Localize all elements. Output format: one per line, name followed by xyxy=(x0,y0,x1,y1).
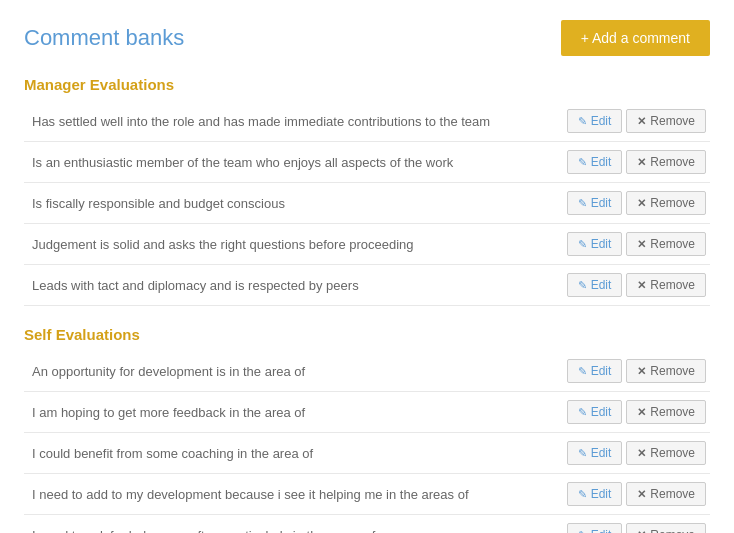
edit-button[interactable]: ✎Edit xyxy=(567,109,623,133)
remove-icon: ✕ xyxy=(637,365,646,378)
remove-icon: ✕ xyxy=(637,279,646,292)
remove-label: Remove xyxy=(650,278,695,292)
edit-label: Edit xyxy=(591,528,612,533)
remove-button[interactable]: ✕Remove xyxy=(626,109,706,133)
remove-icon: ✕ xyxy=(637,447,646,460)
table-row: Is an enthusiastic member of the team wh… xyxy=(24,142,710,183)
edit-button[interactable]: ✎Edit xyxy=(567,359,623,383)
table-row: An opportunity for development is in the… xyxy=(24,351,710,392)
comment-actions: ✎Edit✕Remove xyxy=(550,101,710,142)
remove-button[interactable]: ✕Remove xyxy=(626,273,706,297)
remove-label: Remove xyxy=(650,528,695,533)
comment-text: Leads with tact and diplomacy and is res… xyxy=(24,265,550,306)
edit-label: Edit xyxy=(591,405,612,419)
edit-label: Edit xyxy=(591,364,612,378)
section-self-evaluations: Self EvaluationsAn opportunity for devel… xyxy=(24,326,710,533)
edit-button[interactable]: ✎Edit xyxy=(567,400,623,424)
page-title: Comment banks xyxy=(24,25,184,51)
remove-label: Remove xyxy=(650,405,695,419)
remove-label: Remove xyxy=(650,364,695,378)
edit-label: Edit xyxy=(591,278,612,292)
table-row: Has settled well into the role and has m… xyxy=(24,101,710,142)
edit-icon: ✎ xyxy=(578,238,587,251)
edit-icon: ✎ xyxy=(578,197,587,210)
edit-icon: ✎ xyxy=(578,447,587,460)
edit-button[interactable]: ✎Edit xyxy=(567,191,623,215)
edit-label: Edit xyxy=(591,196,612,210)
remove-label: Remove xyxy=(650,155,695,169)
edit-icon: ✎ xyxy=(578,279,587,292)
comment-actions: ✎Edit✕Remove xyxy=(550,265,710,306)
remove-label: Remove xyxy=(650,237,695,251)
section-title-self-evaluations: Self Evaluations xyxy=(24,326,710,343)
comment-text: I need to ask for help more often, parti… xyxy=(24,515,550,534)
remove-label: Remove xyxy=(650,196,695,210)
edit-label: Edit xyxy=(591,155,612,169)
edit-button[interactable]: ✎Edit xyxy=(567,482,623,506)
edit-icon: ✎ xyxy=(578,406,587,419)
page-header: Comment banks + Add a comment xyxy=(24,20,710,56)
comment-text: An opportunity for development is in the… xyxy=(24,351,550,392)
section-title-manager-evaluations: Manager Evaluations xyxy=(24,76,710,93)
edit-button[interactable]: ✎Edit xyxy=(567,273,623,297)
remove-icon: ✕ xyxy=(637,488,646,501)
edit-button[interactable]: ✎Edit xyxy=(567,150,623,174)
comment-actions: ✎Edit✕Remove xyxy=(550,183,710,224)
comment-actions: ✎Edit✕Remove xyxy=(550,142,710,183)
edit-icon: ✎ xyxy=(578,365,587,378)
remove-label: Remove xyxy=(650,487,695,501)
edit-icon: ✎ xyxy=(578,529,587,534)
remove-label: Remove xyxy=(650,446,695,460)
table-row: Judgement is solid and asks the right qu… xyxy=(24,224,710,265)
comment-actions: ✎Edit✕Remove xyxy=(550,515,710,534)
comment-actions: ✎Edit✕Remove xyxy=(550,351,710,392)
comment-text: I am hoping to get more feedback in the … xyxy=(24,392,550,433)
table-row: I could benefit from some coaching in th… xyxy=(24,433,710,474)
comment-text: Has settled well into the role and has m… xyxy=(24,101,550,142)
table-row: Is fiscally responsible and budget consc… xyxy=(24,183,710,224)
comment-actions: ✎Edit✕Remove xyxy=(550,433,710,474)
remove-button[interactable]: ✕Remove xyxy=(626,232,706,256)
comment-table-self-evaluations: An opportunity for development is in the… xyxy=(24,351,710,533)
edit-label: Edit xyxy=(591,237,612,251)
remove-icon: ✕ xyxy=(637,197,646,210)
table-row: Leads with tact and diplomacy and is res… xyxy=(24,265,710,306)
table-row: I need to ask for help more often, parti… xyxy=(24,515,710,534)
comment-actions: ✎Edit✕Remove xyxy=(550,392,710,433)
remove-button[interactable]: ✕Remove xyxy=(626,191,706,215)
comment-text: Is an enthusiastic member of the team wh… xyxy=(24,142,550,183)
comment-actions: ✎Edit✕Remove xyxy=(550,474,710,515)
comment-actions: ✎Edit✕Remove xyxy=(550,224,710,265)
comment-text: I need to add to my development because … xyxy=(24,474,550,515)
comment-text: Judgement is solid and asks the right qu… xyxy=(24,224,550,265)
comment-text: I could benefit from some coaching in th… xyxy=(24,433,550,474)
remove-icon: ✕ xyxy=(637,529,646,534)
remove-button[interactable]: ✕Remove xyxy=(626,523,706,533)
edit-icon: ✎ xyxy=(578,115,587,128)
remove-icon: ✕ xyxy=(637,406,646,419)
sections-container: Manager EvaluationsHas settled well into… xyxy=(24,76,710,533)
edit-icon: ✎ xyxy=(578,156,587,169)
edit-icon: ✎ xyxy=(578,488,587,501)
comment-text: Is fiscally responsible and budget consc… xyxy=(24,183,550,224)
edit-button[interactable]: ✎Edit xyxy=(567,523,623,533)
edit-button[interactable]: ✎Edit xyxy=(567,441,623,465)
edit-label: Edit xyxy=(591,487,612,501)
remove-button[interactable]: ✕Remove xyxy=(626,441,706,465)
edit-label: Edit xyxy=(591,446,612,460)
edit-button[interactable]: ✎Edit xyxy=(567,232,623,256)
remove-label: Remove xyxy=(650,114,695,128)
remove-icon: ✕ xyxy=(637,238,646,251)
table-row: I need to add to my development because … xyxy=(24,474,710,515)
remove-button[interactable]: ✕Remove xyxy=(626,482,706,506)
remove-icon: ✕ xyxy=(637,156,646,169)
edit-label: Edit xyxy=(591,114,612,128)
remove-button[interactable]: ✕Remove xyxy=(626,359,706,383)
page-container: Comment banks + Add a comment Manager Ev… xyxy=(0,0,734,533)
remove-button[interactable]: ✕Remove xyxy=(626,150,706,174)
remove-button[interactable]: ✕Remove xyxy=(626,400,706,424)
table-row: I am hoping to get more feedback in the … xyxy=(24,392,710,433)
section-manager-evaluations: Manager EvaluationsHas settled well into… xyxy=(24,76,710,306)
comment-table-manager-evaluations: Has settled well into the role and has m… xyxy=(24,101,710,306)
add-comment-button[interactable]: + Add a comment xyxy=(561,20,710,56)
